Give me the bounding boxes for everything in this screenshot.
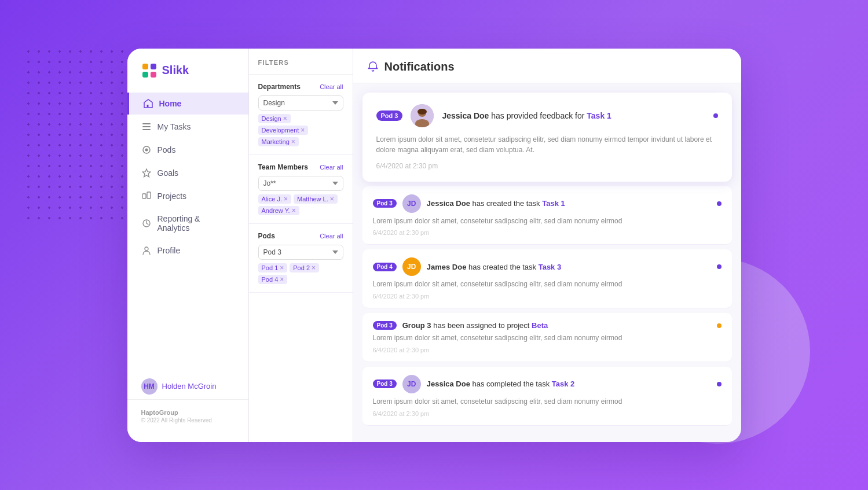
departments-filter: Departments Clear all Design Development… bbox=[249, 75, 353, 155]
svg-marker-10 bbox=[142, 169, 151, 177]
tag-development-remove[interactable]: × bbox=[301, 127, 305, 134]
team-members-clear-all[interactable]: Clear all bbox=[320, 164, 343, 171]
tag-alice-remove[interactable]: × bbox=[284, 196, 288, 202]
notif-item-header: Pod 4 JD James Doe has created the task … bbox=[373, 257, 721, 276]
tag-pod4-remove[interactable]: × bbox=[280, 276, 284, 283]
filters-panel: FILTERS Departments Clear all Design Dev… bbox=[249, 49, 353, 442]
pods-title: Pods bbox=[258, 232, 275, 240]
sidebar-item-goals[interactable]: Goals bbox=[127, 162, 248, 184]
pods-tags: Pod 1 × Pod 2 × Pod 4 × bbox=[258, 263, 343, 284]
notif-item-header: Pod 3 JD Jessica Doe has created the tas… bbox=[373, 194, 721, 213]
expanded-time: 6/4/2020 at 2:30 pm bbox=[376, 162, 718, 170]
avatar: JD bbox=[402, 375, 421, 393]
pod-badge: Pod 4 bbox=[373, 263, 397, 271]
notif-dot bbox=[717, 201, 721, 206]
sidebar-item-pods-label: Pods bbox=[158, 145, 176, 154]
notif-dot bbox=[717, 323, 721, 328]
team-members-select[interactable]: Jo** Alice J. Matthew L. bbox=[258, 176, 343, 191]
notifications-area: Notifications Pod 3 Jessica Doe has prov… bbox=[353, 49, 741, 442]
svg-rect-3 bbox=[151, 72, 156, 78]
team-members-filter-header: Team Members Clear all bbox=[258, 163, 343, 171]
svg-point-14 bbox=[145, 247, 148, 250]
tag-pod2[interactable]: Pod 2 × bbox=[290, 263, 319, 272]
notifications-list: Pod 3 JD Jessica Doe has created the tas… bbox=[353, 182, 741, 442]
departments-select[interactable]: Design Development Marketing bbox=[258, 95, 343, 110]
sidebar-item-reporting[interactable]: Reporting & Analytics bbox=[127, 208, 248, 238]
notifications-title: Notifications bbox=[384, 60, 455, 73]
notif-item-text: Jessica Doe has created the task Task 1 bbox=[427, 199, 711, 208]
svg-rect-11 bbox=[142, 194, 146, 198]
tag-pod4[interactable]: Pod 4 × bbox=[258, 275, 288, 284]
bell-icon bbox=[367, 61, 379, 72]
departments-filter-header: Departments Clear all bbox=[258, 83, 343, 91]
notif-dot bbox=[717, 382, 721, 386]
notif-item-header: Pod 3 JD Jessica Doe has completed the t… bbox=[373, 375, 721, 393]
notif-item-body: Lorem ipsum dolor sit amet, consetetur s… bbox=[373, 333, 721, 343]
tag-design[interactable]: Design × bbox=[258, 114, 291, 123]
tag-andrew-remove[interactable]: × bbox=[292, 207, 296, 214]
notif-item-body: Lorem ipsum dolor sit amet, consetetur s… bbox=[373, 279, 721, 289]
expanded-dot bbox=[713, 113, 718, 118]
tag-matthew[interactable]: Matthew L. × bbox=[294, 194, 338, 204]
sidebar-item-profile-label: Profile bbox=[158, 246, 181, 255]
goals-icon bbox=[141, 168, 152, 178]
tag-marketing[interactable]: Marketing × bbox=[258, 137, 299, 146]
pods-filter-header: Pods Clear all bbox=[258, 232, 343, 240]
team-members-filter: Team Members Clear all Jo** Alice J. Mat… bbox=[249, 155, 353, 224]
tag-pod1[interactable]: Pod 1 × bbox=[258, 263, 288, 272]
user-name: Holden McGroin bbox=[162, 382, 217, 390]
user-profile-row[interactable]: HM Holden McGroin bbox=[127, 374, 248, 399]
notification-item[interactable]: Pod 3 JD Jessica Doe has created the tas… bbox=[362, 186, 732, 245]
notification-item[interactable]: Pod 3 Group 3 has been assigned to proje… bbox=[362, 313, 732, 362]
company-name: HaptoGroup bbox=[141, 409, 235, 416]
departments-title: Departments bbox=[258, 83, 301, 91]
pods-clear-all[interactable]: Clear all bbox=[320, 233, 343, 240]
copyright: © 2022 All Rights Reserved bbox=[141, 417, 235, 423]
notif-item-header: Pod 3 Group 3 has been assigned to proje… bbox=[373, 321, 721, 330]
tag-andrew[interactable]: Andrew Y. × bbox=[258, 206, 299, 215]
svg-rect-7 bbox=[142, 129, 151, 130]
sidebar-item-projects[interactable]: Projects bbox=[127, 185, 248, 207]
sidebar-item-my-tasks[interactable]: My Tasks bbox=[127, 116, 248, 138]
tag-pod2-remove[interactable]: × bbox=[312, 264, 316, 271]
avatar: JD bbox=[402, 194, 421, 213]
team-members-title: Team Members bbox=[258, 163, 308, 171]
tag-matthew-remove[interactable]: × bbox=[330, 196, 334, 202]
notif-item-text: James Doe has created the task Task 3 bbox=[427, 263, 711, 271]
sidebar-item-pods[interactable]: Pods bbox=[127, 139, 248, 161]
tag-design-remove[interactable]: × bbox=[283, 115, 287, 122]
pods-select[interactable]: Pod 3 Pod 1 Pod 2 Pod 4 bbox=[258, 245, 343, 260]
notif-item-text: Group 3 has been assigned to project Bet… bbox=[402, 321, 711, 330]
slikk-logo-icon bbox=[141, 62, 158, 79]
departments-clear-all[interactable]: Clear all bbox=[320, 83, 343, 90]
sidebar-item-home-label: Home bbox=[159, 99, 182, 108]
sidebar-item-home[interactable]: Home bbox=[127, 93, 248, 115]
svg-rect-6 bbox=[142, 126, 151, 127]
notifications-header: Notifications bbox=[353, 49, 741, 83]
sidebar-item-profile[interactable]: Profile bbox=[127, 240, 248, 261]
tag-development[interactable]: Development × bbox=[258, 126, 309, 135]
expanded-pod-badge: Pod 3 bbox=[376, 110, 403, 121]
tag-marketing-remove[interactable]: × bbox=[291, 138, 295, 145]
tag-pod1-remove[interactable]: × bbox=[280, 264, 284, 271]
notif-item-body: Lorem ipsum dolor sit amet, consetetur s… bbox=[373, 216, 721, 226]
sidebar-logo: Slikk bbox=[127, 62, 248, 93]
app-name: Slikk bbox=[162, 64, 189, 77]
sidebar-item-reporting-label: Reporting & Analytics bbox=[158, 214, 235, 233]
pod-badge: Pod 3 bbox=[373, 199, 397, 208]
tag-alice[interactable]: Alice J. × bbox=[258, 194, 291, 204]
sidebar-nav: Home My Tasks bbox=[127, 93, 248, 374]
notif-item-body: Lorem ipsum dolor sit amet, consetetur s… bbox=[373, 397, 721, 407]
dots-decoration bbox=[23, 46, 127, 220]
notif-item-time: 6/4/2020 at 2:30 pm bbox=[373, 229, 721, 236]
departments-tags: Design × Development × Marketing × bbox=[258, 114, 343, 146]
home-icon bbox=[143, 98, 153, 109]
expanded-avatar bbox=[411, 104, 434, 127]
main-card: Slikk Home bbox=[127, 49, 741, 442]
svg-rect-4 bbox=[147, 105, 148, 107]
notification-item[interactable]: Pod 3 JD Jessica Doe has completed the t… bbox=[362, 367, 732, 426]
notif-item-time: 6/4/2020 at 2:30 pm bbox=[373, 347, 721, 353]
notification-item[interactable]: Pod 4 JD James Doe has created the task … bbox=[362, 249, 732, 308]
tasks-icon bbox=[141, 121, 152, 132]
svg-rect-12 bbox=[147, 192, 151, 198]
